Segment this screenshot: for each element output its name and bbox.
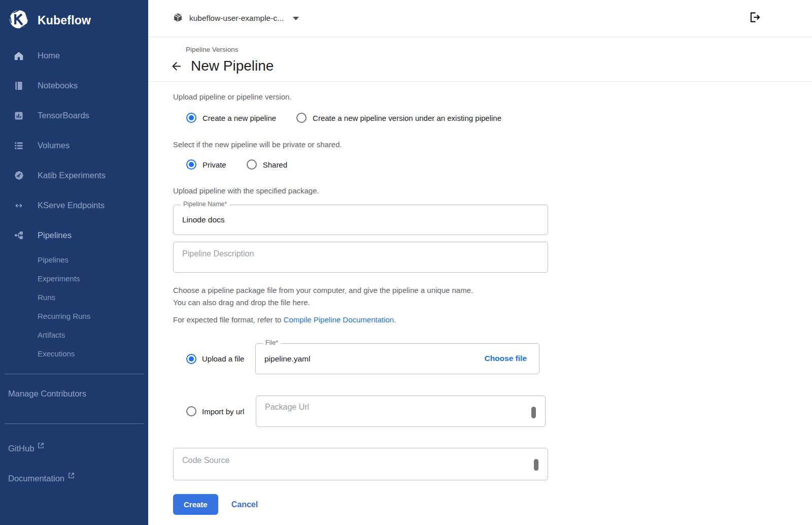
- chevron-down-icon: [293, 17, 299, 20]
- sidebar-subitem-label: Recurring Runs: [38, 312, 90, 320]
- sidebar-subitem-runs[interactable]: Runs: [0, 288, 148, 307]
- sidebar-subitem-executions[interactable]: Executions: [0, 344, 148, 363]
- sidebar-item-label: Katib Experiments: [38, 171, 106, 180]
- sidebar-link-github[interactable]: GitHub: [0, 434, 148, 464]
- file-field[interactable]: File* pipeline.yaml Choose file: [255, 343, 539, 374]
- format-help-suffix: .: [394, 315, 396, 324]
- compile-pipeline-documentation-link[interactable]: Compile Pipeline Documentation: [284, 315, 394, 324]
- sidebar-subitem-recurring-runs[interactable]: Recurring Runs: [0, 307, 148, 325]
- logout-icon: [748, 11, 761, 26]
- radio-import-by-url[interactable]: Import by url: [173, 406, 256, 416]
- code-source-placeholder: Code Source: [182, 456, 229, 465]
- format-help-text: For expected file format, refer to Compi…: [173, 315, 812, 324]
- sidebar-subitem-label: Pipelines: [38, 255, 69, 264]
- breadcrumb[interactable]: Pipeline Versions: [186, 46, 239, 53]
- radio-unselected-icon[interactable]: [296, 113, 307, 123]
- radio-private[interactable]: Private: [186, 159, 226, 170]
- sidebar-item-kserve-endpoints[interactable]: KServe Endpoints: [0, 190, 148, 220]
- upload-prompt-text: Upload pipeline or pipeline version.: [173, 92, 812, 101]
- package-box-icon: [173, 12, 183, 25]
- file-field-label: File*: [263, 339, 281, 346]
- namespace-selector[interactable]: kubeflow-user-example-c...: [173, 12, 299, 25]
- package-prompt-text: Upload pipeline with the specified packa…: [173, 186, 812, 195]
- main-area: kubeflow-user-example-c... Pipeline Vers…: [148, 0, 812, 525]
- sidebar-item-home[interactable]: Home: [0, 41, 148, 71]
- file-help-line1: Choose a pipeline package file from your…: [173, 284, 812, 297]
- import-url-row: Import by url Package Url: [173, 396, 812, 427]
- pipeline-description-placeholder: Pipeline Description: [182, 249, 254, 258]
- visibility-radio-group: Private Shared: [173, 159, 812, 170]
- sidebar-item-label: Pipelines: [38, 231, 72, 240]
- radio-label: Import by url: [202, 407, 244, 416]
- radio-upload-a-file[interactable]: Upload a file: [173, 354, 255, 364]
- radio-label: Shared: [263, 160, 287, 169]
- choose-file-button[interactable]: Choose file: [484, 354, 527, 363]
- sidebar-subitem-label: Artifacts: [38, 331, 65, 339]
- github-link-label: GitHub: [8, 444, 34, 453]
- back-button[interactable]: [169, 59, 183, 73]
- radio-unselected-icon[interactable]: [186, 406, 196, 416]
- sidebar-subitem-label: Executions: [38, 349, 75, 358]
- logout-button[interactable]: [748, 11, 761, 26]
- create-button[interactable]: Create: [173, 494, 218, 515]
- sidebar-item-volumes[interactable]: Volumes: [0, 130, 148, 160]
- scrollbar-thumb[interactable]: [531, 407, 536, 418]
- form-actions: Create Cancel: [173, 494, 812, 525]
- sidebar-subitem-label: Runs: [38, 293, 55, 302]
- pipeline-graph-icon: [13, 229, 25, 242]
- logo-text: Kubeflow: [38, 14, 91, 27]
- scrollbar-thumb[interactable]: [534, 459, 538, 471]
- sidebar-link-documentation[interactable]: Documentation: [0, 464, 148, 494]
- documentation-link-label: Documentation: [8, 474, 64, 483]
- sidebar-item-tensorboards[interactable]: TensorBoards: [0, 101, 148, 130]
- file-help-line2: You can also drag and drop the file here…: [173, 297, 812, 309]
- sidebar-item-katib-experiments[interactable]: Katib Experiments: [0, 160, 148, 190]
- sidebar-item-pipelines[interactable]: Pipelines: [0, 220, 148, 250]
- sidebar-subitem-experiments[interactable]: Experiments: [0, 269, 148, 288]
- pipeline-name-field[interactable]: Pipeline Name* Linode docs: [173, 205, 548, 235]
- upload-file-row: Upload a file File* pipeline.yaml Choose…: [173, 343, 812, 374]
- sidebar-item-label: Home: [38, 51, 60, 60]
- sidebar-item-label: Notebooks: [38, 81, 78, 90]
- external-link-icon: [68, 471, 75, 481]
- radio-selected-icon[interactable]: [186, 113, 196, 123]
- radio-create-new-pipeline[interactable]: Create a new pipeline: [186, 113, 276, 123]
- sidebar-subitem-label: Experiments: [38, 274, 80, 283]
- katib-icon: [13, 170, 25, 182]
- topbar: kubeflow-user-example-c...: [148, 0, 812, 37]
- sidebar-divider: [5, 423, 144, 424]
- arrow-back-icon: [170, 60, 183, 73]
- radio-label: Upload a file: [202, 354, 244, 363]
- home-icon: [13, 50, 25, 62]
- notebook-icon: [13, 80, 25, 92]
- sidebar-item-notebooks[interactable]: Notebooks: [0, 71, 148, 101]
- kubeflow-logo-icon: [8, 9, 29, 32]
- pipeline-description-field[interactable]: Pipeline Description: [173, 242, 548, 273]
- pipeline-type-radio-group: Create a new pipeline Create a new pipel…: [173, 113, 812, 123]
- pipeline-name-label: Pipeline Name*: [181, 201, 229, 208]
- sidebar-subitem-pipelines[interactable]: Pipelines: [0, 250, 148, 269]
- radio-shared[interactable]: Shared: [247, 159, 287, 170]
- radio-unselected-icon[interactable]: [247, 159, 257, 170]
- external-link-icon: [38, 441, 44, 451]
- radio-create-pipeline-version[interactable]: Create a new pipeline version under an e…: [296, 113, 501, 123]
- sidebar-subitem-artifacts[interactable]: Artifacts: [0, 325, 148, 344]
- pipeline-name-value: Linode docs: [182, 215, 225, 224]
- sidebar-item-manage-contributors[interactable]: Manage Contributors: [0, 374, 148, 408]
- sidebar-item-label: TensorBoards: [38, 111, 89, 120]
- radio-selected-icon[interactable]: [186, 159, 196, 170]
- radio-selected-icon[interactable]: [186, 354, 196, 364]
- sidebar-item-label: Volumes: [38, 141, 70, 150]
- logo-row[interactable]: Kubeflow: [0, 0, 148, 41]
- manage-contributors-label: Manage Contributors: [8, 389, 86, 398]
- page-title: New Pipeline: [191, 58, 274, 74]
- package-url-placeholder: Package Url: [265, 403, 309, 412]
- radio-label: Create a new pipeline version under an e…: [313, 114, 501, 122]
- radio-label: Create a new pipeline: [202, 114, 276, 122]
- code-source-field[interactable]: Code Source: [173, 448, 548, 480]
- visibility-prompt-text: Select if the new pipeline will be priva…: [173, 140, 812, 149]
- new-pipeline-form: Upload pipeline or pipeline version. Cre…: [148, 82, 812, 525]
- sidebar: Kubeflow Home Notebooks TensorBoards Vol…: [0, 0, 148, 525]
- package-url-field[interactable]: Package Url: [256, 396, 546, 427]
- cancel-button[interactable]: Cancel: [231, 500, 258, 509]
